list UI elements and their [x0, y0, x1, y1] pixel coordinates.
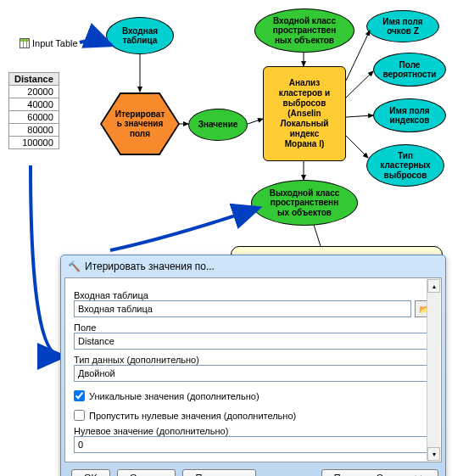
- node-index-field[interactable]: Имя поля индексов: [373, 98, 446, 132]
- svg-line-2: [248, 119, 263, 124]
- field-select[interactable]: [74, 333, 432, 350]
- dialog-titlebar[interactable]: 🔨 Итерировать значения по...: [61, 255, 445, 277]
- scroll-up-icon[interactable]: ▴: [427, 279, 440, 293]
- data-type-select[interactable]: [74, 365, 432, 382]
- apply-button[interactable]: Применить: [182, 469, 256, 476]
- label-data-type: Тип данных (дополнительно): [74, 355, 432, 365]
- dialog-scrollbar[interactable]: ▴ ▾: [427, 279, 440, 461]
- show-help-button[interactable]: Показать Справку >>: [321, 469, 438, 476]
- table-row: 100000: [9, 137, 59, 149]
- label-input-table: Входная таблица: [74, 290, 432, 300]
- table-row: 80000: [9, 124, 59, 137]
- hammer-icon: 🔨: [68, 260, 81, 272]
- iterator-dialog: 🔨 Итерировать значения по... Входная таб…: [60, 255, 446, 476]
- svg-line-6: [346, 71, 373, 98]
- label-null-value: Нулевое значение (дополнительно): [74, 426, 432, 436]
- table-row: 60000: [9, 111, 59, 124]
- svg-line-9: [314, 225, 321, 246]
- node-cluster-type[interactable]: Тип кластерных выбросов: [366, 144, 444, 187]
- skip-null-label: Пропустить нулевые значения (дополнитель…: [89, 411, 296, 421]
- svg-line-7: [346, 115, 373, 117]
- table-row: 40000: [9, 98, 59, 111]
- null-value-field[interactable]: [74, 436, 432, 453]
- ok-button[interactable]: OK: [71, 469, 110, 476]
- distance-table: Distance 20000 40000 60000 80000 100000: [8, 72, 59, 149]
- input-table-text: Input Table: [32, 38, 78, 48]
- node-input-table[interactable]: Входная таблица: [106, 17, 174, 54]
- unique-label: Уникальные значения (дополнительно): [89, 391, 259, 401]
- dialog-title-text: Итерировать значения по...: [85, 260, 215, 272]
- dialog-body: Входная таблица 📂 Поле Тип данных (допол…: [64, 277, 442, 462]
- table-icon: [20, 38, 30, 48]
- node-output-feature-class[interactable]: Выходной класс пространственн ых объекто…: [251, 180, 358, 226]
- node-input-feature-class[interactable]: Входной класс пространствен ных объектов: [254, 8, 354, 53]
- node-analysis-tool[interactable]: Анализ кластеров и выбросов (Anselin Лок…: [263, 66, 346, 161]
- table-header: Distance: [9, 73, 59, 86]
- input-table-label: Input Table: [20, 38, 78, 48]
- unique-checkbox[interactable]: [74, 390, 85, 401]
- node-iterator[interactable]: Итерироват ь значения поля: [102, 94, 178, 154]
- node-value[interactable]: Значение: [188, 109, 248, 141]
- node-z-field[interactable]: Имя поля очков Z: [366, 10, 439, 42]
- table-row: 20000: [9, 86, 59, 98]
- cancel-button[interactable]: Отмена: [117, 469, 176, 476]
- dialog-footer: OK Отмена Применить Показать Справку >>: [61, 462, 445, 476]
- node-prob-field[interactable]: Поле вероятности: [373, 53, 446, 87]
- skip-null-checkbox[interactable]: [74, 410, 85, 421]
- svg-line-8: [346, 136, 368, 158]
- input-table-field[interactable]: [74, 300, 411, 317]
- label-field: Поле: [74, 322, 432, 333]
- scroll-down-icon[interactable]: ▾: [427, 447, 440, 461]
